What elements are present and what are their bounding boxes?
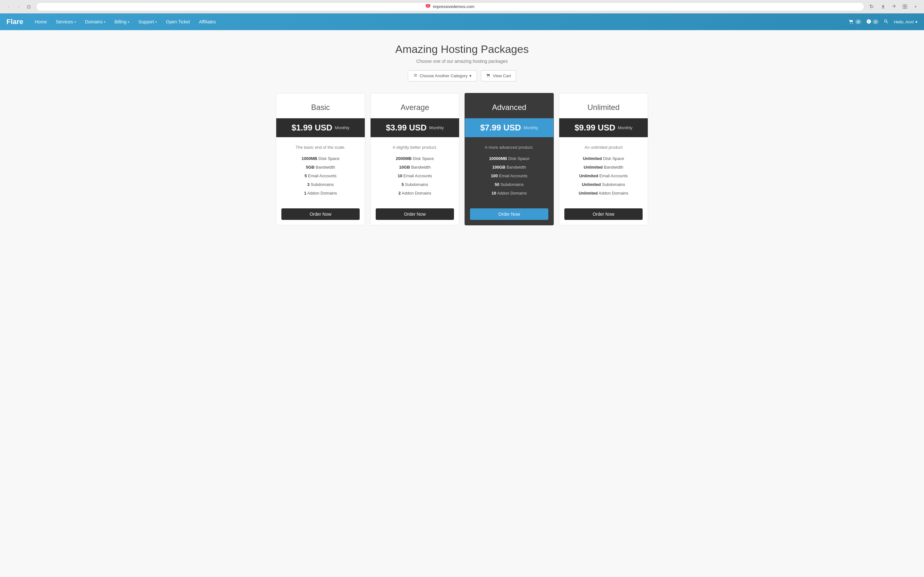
card-description-basic: The basic end of the scale.	[281, 145, 360, 150]
forward-button[interactable]: ›	[14, 2, 23, 11]
browser-action-buttons: +	[879, 2, 920, 11]
card-name-average: Average	[377, 103, 453, 112]
navbar-right: 0 2 Hello, Ann! ▾	[849, 19, 918, 25]
feature-item: 2000MB Disk Space	[376, 156, 454, 161]
price-period-advanced: Monthly	[523, 125, 538, 130]
new-tab-button[interactable]	[900, 2, 909, 11]
services-chevron: ▾	[74, 20, 76, 24]
sidebar-button[interactable]: ⊡	[24, 2, 33, 11]
page-header: Amazing Hosting Packages Choose one of o…	[6, 43, 918, 81]
card-description-advanced: A more advanced product.	[470, 145, 548, 150]
order-button-basic[interactable]: Order Now	[281, 208, 360, 220]
search-button[interactable]	[884, 19, 889, 25]
feature-item: 50 Subdomains	[470, 182, 548, 187]
navbar-items: Home Services ▾ Domains ▾ Billing ▾ Supp…	[31, 17, 849, 26]
card-footer-basic: Order Now	[276, 203, 365, 225]
feature-item: 10GB Bandwidth	[376, 165, 454, 169]
features-list-advanced: 10000MB Disk Space 100GB Bandwidth 100 E…	[470, 156, 548, 195]
nav-billing[interactable]: Billing ▾	[111, 17, 133, 26]
user-menu[interactable]: Hello, Ann! ▾	[894, 19, 918, 24]
pricing-card-unlimited: Unlimited $9.99 USD Monthly An unlimited…	[559, 93, 648, 226]
card-body-basic: The basic end of the scale. 1000MB Disk …	[276, 137, 365, 203]
card-footer-unlimited: Order Now	[559, 203, 648, 225]
feature-item: 5 Subdomains	[376, 182, 454, 187]
feature-item: 10000MB Disk Space	[470, 156, 548, 161]
nav-affiliates[interactable]: Affiliates	[195, 17, 220, 26]
alert-icon	[866, 19, 871, 25]
feature-item: Unlimited Subdomains	[564, 182, 643, 187]
feature-item: Unlimited Addon Domains	[564, 191, 643, 195]
svg-rect-3	[905, 7, 907, 9]
order-button-advanced[interactable]: Order Now	[470, 208, 548, 220]
nav-domains[interactable]: Domains ▾	[81, 17, 110, 26]
order-button-average[interactable]: Order Now	[376, 208, 454, 220]
extensions-button[interactable]: +	[911, 2, 920, 11]
header-actions: Choose Another Category ▾ View Cart	[6, 70, 918, 81]
view-cart-button[interactable]: View Cart	[481, 70, 516, 81]
feature-item: Unlimited Email Accounts	[564, 173, 643, 178]
back-button[interactable]: ‹	[4, 2, 13, 11]
choose-category-button[interactable]: Choose Another Category ▾	[408, 70, 477, 81]
feature-item: 2 Addon Domains	[376, 191, 454, 195]
feature-item: Unlimited Disk Space	[564, 156, 643, 161]
cart-icon	[849, 19, 854, 25]
notifications-button[interactable]: 2	[866, 19, 879, 25]
features-list-unlimited: Unlimited Disk Space Unlimited Bandwidth…	[564, 156, 643, 195]
card-footer-advanced: Order Now	[465, 203, 553, 225]
price-amount-unlimited: $9.99 USD	[575, 123, 615, 133]
price-period-basic: Monthly	[335, 125, 350, 130]
feature-item: 5 Email Accounts	[281, 173, 360, 178]
card-header-average: Average	[371, 93, 459, 118]
card-header-unlimited: Unlimited	[559, 93, 648, 118]
feature-item: 5GB Bandwidth	[281, 165, 360, 169]
cart-icon-button[interactable]: 0	[849, 19, 861, 25]
category-dropdown-chevron: ▾	[469, 73, 472, 78]
nav-home[interactable]: Home	[31, 17, 51, 26]
card-description-unlimited: An unlimited product	[564, 145, 643, 150]
svg-rect-0	[903, 5, 905, 6]
page-subtitle: Choose one of our amazing hosting packag…	[6, 59, 918, 64]
page-title: Amazing Hosting Packages	[6, 43, 918, 55]
price-bar-basic: $1.99 USD Monthly	[276, 118, 365, 137]
browser-nav-buttons: ‹ › ⊡	[4, 2, 33, 11]
svg-rect-2	[903, 7, 905, 9]
feature-item: 10 Addon Domains	[470, 191, 548, 195]
feature-item: 10 Email Accounts	[376, 173, 454, 178]
pricing-card-basic: Basic $1.99 USD Monthly The basic end of…	[276, 93, 365, 226]
feature-item: Unlimited Bandwidth	[564, 165, 643, 169]
pocket-icon	[426, 4, 430, 9]
svg-rect-1	[905, 5, 907, 6]
cart-badge: 0	[855, 19, 861, 24]
main-content: Amazing Hosting Packages Choose one of o…	[0, 30, 924, 577]
domains-chevron: ▾	[104, 20, 105, 24]
navbar: Flare Home Services ▾ Domains ▾ Billing …	[0, 13, 924, 30]
download-button[interactable]	[879, 2, 887, 11]
feature-item: 1 Addon Domains	[281, 191, 360, 195]
price-bar-average: $3.99 USD Monthly	[371, 118, 459, 137]
card-footer-average: Order Now	[371, 203, 459, 225]
card-name-advanced: Advanced	[471, 103, 547, 112]
card-name-unlimited: Unlimited	[565, 103, 641, 112]
view-cart-icon	[486, 73, 491, 79]
price-period-average: Monthly	[429, 125, 444, 130]
nav-services[interactable]: Services ▾	[52, 17, 80, 26]
reload-button[interactable]: ↻	[867, 2, 876, 11]
card-header-basic: Basic	[276, 93, 365, 118]
order-button-unlimited[interactable]: Order Now	[564, 208, 643, 220]
notifications-badge: 2	[873, 19, 879, 24]
pricing-grid: Basic $1.99 USD Monthly The basic end of…	[270, 93, 654, 226]
price-amount-average: $3.99 USD	[386, 123, 427, 133]
feature-item: 3 Subdomains	[281, 182, 360, 187]
price-bar-unlimited: $9.99 USD Monthly	[559, 118, 648, 137]
feature-item: 100 Email Accounts	[470, 173, 548, 178]
brand-logo[interactable]: Flare	[6, 18, 23, 26]
nav-open-ticket[interactable]: Open Ticket	[162, 17, 194, 26]
nav-support[interactable]: Support ▾	[134, 17, 161, 26]
price-amount-advanced: $7.99 USD	[480, 123, 521, 133]
card-header-advanced: Advanced	[465, 93, 553, 118]
features-list-basic: 1000MB Disk Space 5GB Bandwidth 5 Email …	[281, 156, 360, 195]
url-text: impressivedemos.com	[433, 4, 474, 9]
share-button[interactable]	[889, 2, 898, 11]
search-icon	[884, 19, 889, 25]
url-bar[interactable]: impressivedemos.com	[36, 2, 864, 11]
